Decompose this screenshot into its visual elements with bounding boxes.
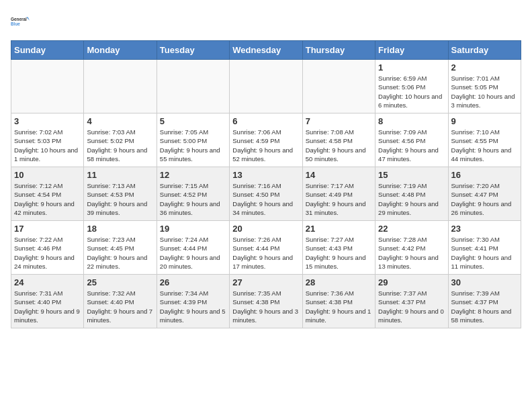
day-number: 11: [87, 170, 153, 180]
day-info: Sunrise: 7:03 AM Sunset: 5:02 PM Dayligh…: [87, 128, 153, 163]
day-info: Sunrise: 7:36 AM Sunset: 4:38 PM Dayligh…: [306, 289, 372, 324]
calendar-cell: 2Sunrise: 7:01 AM Sunset: 5:05 PM Daylig…: [448, 60, 521, 113]
calendar-cell: 29Sunrise: 7:37 AM Sunset: 4:37 PM Dayli…: [375, 275, 448, 328]
day-info: Sunrise: 7:26 AM Sunset: 4:44 PM Dayligh…: [232, 235, 299, 271]
calendar-cell: [157, 60, 229, 113]
col-header-friday: Friday: [375, 41, 448, 60]
day-number: 24: [14, 277, 81, 287]
calendar-table: SundayMondayTuesdayWednesdayThursdayFrid…: [11, 40, 521, 328]
day-info: Sunrise: 7:06 AM Sunset: 4:59 PM Dayligh…: [232, 128, 299, 163]
day-info: Sunrise: 7:27 AM Sunset: 4:43 PM Dayligh…: [306, 235, 372, 271]
day-info: Sunrise: 7:34 AM Sunset: 4:39 PM Dayligh…: [160, 289, 226, 324]
day-info: Sunrise: 7:13 AM Sunset: 4:53 PM Dayligh…: [87, 181, 153, 217]
calendar-cell: [302, 60, 375, 113]
day-number: 26: [160, 277, 226, 287]
day-info: Sunrise: 7:08 AM Sunset: 4:58 PM Dayligh…: [306, 128, 372, 163]
day-number: 2: [451, 62, 518, 73]
calendar-cell: 11Sunrise: 7:13 AM Sunset: 4:53 PM Dayli…: [84, 167, 157, 221]
week-row-3: 10Sunrise: 7:12 AM Sunset: 4:54 PM Dayli…: [11, 167, 521, 221]
calendar-cell: [230, 60, 302, 113]
header-row: SundayMondayTuesdayWednesdayThursdayFrid…: [11, 41, 521, 60]
day-number: 17: [14, 224, 81, 234]
day-number: 23: [451, 224, 518, 234]
day-info: Sunrise: 7:37 AM Sunset: 4:37 PM Dayligh…: [378, 289, 445, 324]
calendar-cell: 1Sunrise: 6:59 AM Sunset: 5:06 PM Daylig…: [375, 60, 448, 113]
svg-text:Blue: Blue: [11, 21, 20, 26]
day-number: 22: [378, 224, 445, 234]
calendar-cell: 21Sunrise: 7:27 AM Sunset: 4:43 PM Dayli…: [302, 221, 375, 275]
day-info: Sunrise: 7:05 AM Sunset: 5:00 PM Dayligh…: [160, 128, 226, 163]
day-number: 5: [160, 116, 226, 126]
svg-text:General: General: [11, 17, 27, 21]
day-number: 28: [306, 277, 372, 287]
calendar-cell: 7Sunrise: 7:08 AM Sunset: 4:58 PM Daylig…: [302, 113, 375, 167]
col-header-tuesday: Tuesday: [157, 41, 229, 60]
day-number: 13: [232, 170, 299, 180]
day-info: Sunrise: 7:20 AM Sunset: 4:47 PM Dayligh…: [451, 181, 518, 217]
week-row-2: 3Sunrise: 7:02 AM Sunset: 5:03 PM Daylig…: [11, 113, 521, 167]
logo: GeneralBlue: [11, 11, 32, 32]
day-info: Sunrise: 7:30 AM Sunset: 4:41 PM Dayligh…: [451, 235, 518, 271]
col-header-monday: Monday: [84, 41, 157, 60]
day-info: Sunrise: 7:16 AM Sunset: 4:50 PM Dayligh…: [232, 181, 299, 217]
calendar-cell: 26Sunrise: 7:34 AM Sunset: 4:39 PM Dayli…: [157, 275, 229, 328]
day-number: 15: [378, 170, 445, 180]
day-number: 16: [451, 170, 518, 180]
day-info: Sunrise: 7:22 AM Sunset: 4:46 PM Dayligh…: [14, 235, 81, 271]
day-info: Sunrise: 7:39 AM Sunset: 4:37 PM Dayligh…: [451, 289, 518, 324]
day-info: Sunrise: 7:17 AM Sunset: 4:49 PM Dayligh…: [306, 181, 372, 217]
day-number: 21: [306, 224, 372, 234]
day-info: Sunrise: 7:23 AM Sunset: 4:45 PM Dayligh…: [87, 235, 153, 271]
day-info: Sunrise: 7:02 AM Sunset: 5:03 PM Dayligh…: [14, 128, 81, 163]
calendar-cell: 14Sunrise: 7:17 AM Sunset: 4:49 PM Dayli…: [302, 167, 375, 221]
week-row-1: 1Sunrise: 6:59 AM Sunset: 5:06 PM Daylig…: [11, 60, 521, 113]
day-number: 30: [451, 277, 518, 287]
calendar-cell: [11, 60, 84, 113]
day-number: 12: [160, 170, 226, 180]
calendar-cell: 17Sunrise: 7:22 AM Sunset: 4:46 PM Dayli…: [11, 221, 84, 275]
day-number: 4: [87, 116, 153, 126]
day-number: 18: [87, 224, 153, 234]
day-number: 20: [232, 224, 299, 234]
day-info: Sunrise: 7:35 AM Sunset: 4:38 PM Dayligh…: [232, 289, 299, 324]
calendar-cell: 12Sunrise: 7:15 AM Sunset: 4:52 PM Dayli…: [157, 167, 229, 221]
day-info: Sunrise: 7:15 AM Sunset: 4:52 PM Dayligh…: [160, 181, 226, 217]
calendar-cell: 5Sunrise: 7:05 AM Sunset: 5:00 PM Daylig…: [157, 113, 229, 167]
day-number: 19: [160, 224, 226, 234]
col-header-wednesday: Wednesday: [230, 41, 302, 60]
calendar-cell: 27Sunrise: 7:35 AM Sunset: 4:38 PM Dayli…: [230, 275, 302, 328]
day-number: 3: [14, 116, 81, 126]
col-header-saturday: Saturday: [448, 41, 521, 60]
col-header-sunday: Sunday: [11, 41, 84, 60]
calendar-cell: 19Sunrise: 7:24 AM Sunset: 4:44 PM Dayli…: [157, 221, 229, 275]
calendar-cell: 23Sunrise: 7:30 AM Sunset: 4:41 PM Dayli…: [448, 221, 521, 275]
header: GeneralBlue: [11, 11, 521, 32]
calendar-cell: 3Sunrise: 7:02 AM Sunset: 5:03 PM Daylig…: [11, 113, 84, 167]
calendar-cell: 18Sunrise: 7:23 AM Sunset: 4:45 PM Dayli…: [84, 221, 157, 275]
calendar-cell: 20Sunrise: 7:26 AM Sunset: 4:44 PM Dayli…: [230, 221, 302, 275]
day-info: Sunrise: 7:09 AM Sunset: 4:56 PM Dayligh…: [378, 128, 445, 163]
logo-icon: GeneralBlue: [11, 11, 32, 32]
day-number: 8: [378, 116, 445, 126]
day-info: Sunrise: 7:12 AM Sunset: 4:54 PM Dayligh…: [14, 181, 81, 217]
day-info: Sunrise: 6:59 AM Sunset: 5:06 PM Dayligh…: [378, 74, 445, 109]
day-number: 9: [451, 116, 518, 126]
calendar-cell: 15Sunrise: 7:19 AM Sunset: 4:48 PM Dayli…: [375, 167, 448, 221]
day-info: Sunrise: 7:31 AM Sunset: 4:40 PM Dayligh…: [14, 289, 81, 324]
calendar-cell: 16Sunrise: 7:20 AM Sunset: 4:47 PM Dayli…: [448, 167, 521, 221]
day-info: Sunrise: 7:10 AM Sunset: 4:55 PM Dayligh…: [451, 128, 518, 163]
col-header-thursday: Thursday: [302, 41, 375, 60]
svg-marker-2: [26, 17, 30, 21]
day-number: 1: [378, 62, 445, 73]
day-number: 10: [14, 170, 81, 180]
week-row-4: 17Sunrise: 7:22 AM Sunset: 4:46 PM Dayli…: [11, 221, 521, 275]
calendar-cell: [84, 60, 157, 113]
day-info: Sunrise: 7:32 AM Sunset: 4:40 PM Dayligh…: [87, 289, 153, 324]
calendar-cell: 25Sunrise: 7:32 AM Sunset: 4:40 PM Dayli…: [84, 275, 157, 328]
calendar-cell: 28Sunrise: 7:36 AM Sunset: 4:38 PM Dayli…: [302, 275, 375, 328]
calendar-cell: 10Sunrise: 7:12 AM Sunset: 4:54 PM Dayli…: [11, 167, 84, 221]
week-row-5: 24Sunrise: 7:31 AM Sunset: 4:40 PM Dayli…: [11, 275, 521, 328]
calendar-cell: 6Sunrise: 7:06 AM Sunset: 4:59 PM Daylig…: [230, 113, 302, 167]
day-info: Sunrise: 7:01 AM Sunset: 5:05 PM Dayligh…: [451, 74, 518, 109]
calendar-cell: 30Sunrise: 7:39 AM Sunset: 4:37 PM Dayli…: [448, 275, 521, 328]
